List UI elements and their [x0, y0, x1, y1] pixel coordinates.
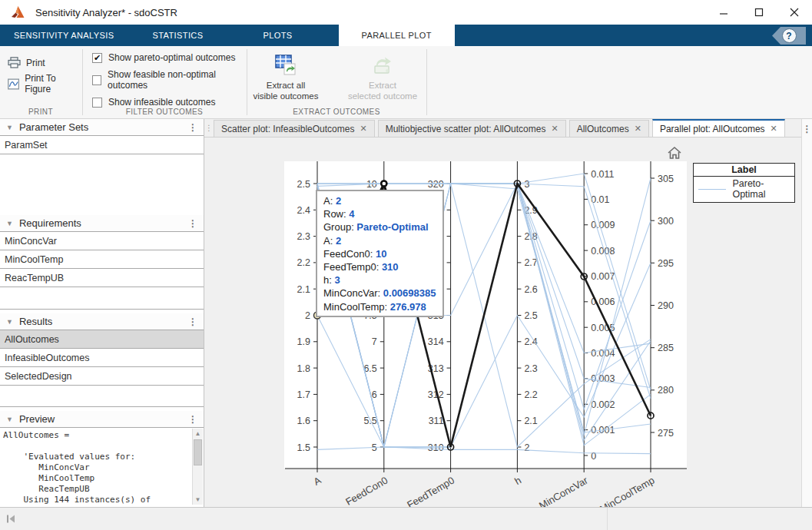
tab-statistics[interactable]: STATISTICS [138, 25, 217, 46]
tick-label: 0.01 [591, 194, 609, 205]
tick-label: 6 [372, 389, 377, 400]
list-item-reactempub[interactable]: ReacTempUB [0, 269, 204, 287]
tooltip-line: FeedCon0: 10 [323, 247, 436, 260]
tab-multiobjective-scatter[interactable]: Multiobjective scatter plot: AllOutcomes… [378, 120, 566, 137]
scroll-up-icon[interactable]: ▲ [193, 429, 203, 439]
scroll-down-icon[interactable]: ▼ [193, 495, 203, 505]
extract-all-label-line2: visible outcomes [249, 91, 323, 101]
document-area: ⋮ Scatter plot: InfeasibleOutcomes ✕ Mul… [204, 119, 812, 507]
tick-label: 2.4 [297, 205, 310, 216]
section-menu-icon[interactable]: ⋮ [188, 414, 197, 425]
tick-label: 1.8 [297, 363, 310, 374]
empty-list-area [0, 386, 204, 406]
extract-all-visible-button[interactable]: Extract all visible outcomes [249, 51, 323, 101]
tick-label: 305 [658, 174, 674, 184]
plot-legend[interactable]: Label Pareto-Optimal [693, 163, 795, 203]
tick-label: 0.011 [591, 169, 614, 180]
sensitivity-analyzer-window: Sensitivity Analyzer* - sdoCSTR SENSITIV… [0, 0, 812, 530]
skip-to-start-icon[interactable] [6, 514, 16, 524]
parameter-sets-header[interactable]: ▼ Parameter Sets ⋮ [0, 119, 204, 135]
close-tab-icon[interactable]: ✕ [771, 124, 777, 134]
tab-label: Scatter plot: InfeasibleOutcomes [221, 124, 354, 134]
print-button[interactable]: Print [8, 57, 81, 68]
filter-section-title: FILTER OUTCOMES [83, 108, 246, 116]
preview-header[interactable]: ▼ Preview ⋮ [0, 411, 204, 427]
collapse-triangle-icon: ▼ [6, 416, 13, 423]
datatip-pin-ring [381, 181, 386, 187]
scrollbar-thumb[interactable] [194, 439, 202, 465]
preview-scrollbar[interactable]: ▲ ▼ [192, 429, 203, 505]
results-header[interactable]: ▼ Results ⋮ [0, 313, 204, 330]
tab-alloutcomes[interactable]: AllOutcomes ✕ [569, 120, 649, 137]
axis-name-label: A [311, 474, 323, 487]
list-item-alloutcomes[interactable]: AllOutcomes [0, 330, 204, 349]
printer-icon [8, 57, 21, 68]
minimize-button[interactable] [706, 0, 741, 25]
tab-plots[interactable]: PLOTS [249, 25, 306, 46]
requirements-header[interactable]: ▼ Requirements ⋮ [0, 215, 204, 231]
matlab-logo-icon [11, 5, 26, 20]
tick-label: 2.5 [297, 179, 310, 190]
preview-box: AllOutcomes = 'Evaluated values for: Min… [0, 427, 204, 505]
checkbox-unchecked-icon [92, 98, 102, 108]
close-tab-icon[interactable]: ✕ [635, 124, 641, 134]
checkbox-pareto-optimal[interactable]: ✔ Show pareto-optimal outcomes [92, 52, 246, 63]
extract-selected-label-line2: selected outcome [346, 91, 419, 101]
empty-list-area [0, 154, 204, 215]
tooltip-line: MinCoolTemp: 276.978 [323, 300, 436, 313]
tab-parallel-plot-doc[interactable]: Parallel plot: AllOutcomes ✕ [652, 119, 785, 137]
section-menu-icon[interactable]: ⋮ [188, 218, 197, 229]
collapse-triangle-icon: ▼ [6, 124, 13, 131]
close-button[interactable] [777, 0, 812, 25]
extract-selected-label-line1: Extract [346, 80, 419, 91]
print-to-figure-button[interactable]: Print To Figure [8, 73, 81, 94]
tick-label: 1.5 [297, 442, 310, 453]
extract-selected-icon [371, 55, 394, 77]
home-restore-view-icon[interactable] [667, 146, 682, 160]
checkbox-unchecked-icon [92, 75, 101, 85]
tab-parallel-plot[interactable]: PARALLEL PLOT [339, 25, 455, 46]
tick-label: 2 [305, 310, 310, 321]
tab-sensitivity-analysis[interactable]: SENSITIVITY ANALYSIS [0, 25, 128, 46]
axis-name-label: MinCoolTemp [598, 475, 656, 507]
document-tab-bar: ⋮ Scatter plot: InfeasibleOutcomes ✕ Mul… [204, 119, 801, 137]
tab-scatter-infeasible[interactable]: Scatter plot: InfeasibleOutcomes ✕ [214, 120, 375, 137]
checkbox-infeasible[interactable]: Show infeasible outcomes [92, 97, 246, 108]
legend-header: Label [694, 164, 794, 177]
list-item-mincooltemp[interactable]: MinCoolTemp [0, 250, 204, 269]
tick-label: 285 [658, 343, 674, 353]
tick-label: 0 [591, 451, 596, 462]
tick-label: 2.6 [524, 284, 537, 295]
close-tab-icon[interactable]: ✕ [360, 124, 366, 134]
list-item-infeasibleoutcomes[interactable]: InfeasibleOutcomes [0, 349, 204, 367]
tick-label: 1.7 [297, 389, 310, 400]
checkbox-checked-icon: ✔ [92, 53, 102, 63]
parallel-plot-figure: 1.51.61.71.81.922.12.22.32.42.5A55.566.5… [204, 137, 801, 507]
tab-options-menu-icon[interactable]: ⋮ [802, 124, 812, 134]
maximize-button[interactable] [741, 0, 777, 25]
checkbox-feasible-nonoptimal[interactable]: Show feasible non-optimal outcomes [92, 69, 246, 91]
tick-label: 2 [524, 442, 529, 453]
preview-title: Preview [19, 413, 55, 425]
tick-label: 295 [658, 258, 674, 269]
tick-label: 275 [658, 428, 674, 439]
checkbox-label: Show infeasible outcomes [108, 97, 215, 108]
tick-label: 6.5 [363, 363, 376, 374]
tick-label: 2.5 [524, 310, 537, 321]
close-tab-icon[interactable]: ✕ [551, 124, 558, 134]
requirements-title: Requirements [19, 217, 81, 229]
checkbox-label: Show feasible non-optimal outcomes [108, 69, 246, 91]
legend-entry-pareto[interactable]: Pareto-Optimal [694, 177, 794, 202]
panel-grip-icon[interactable]: ⋮ [204, 119, 214, 137]
axis-name-label: FeedTemp0 [405, 475, 456, 507]
tooltip-line: A: 2 [323, 194, 436, 207]
ribbon-toolbar: Print Print To Figure PRINT ✔ Show paret… [0, 46, 812, 119]
list-item-paramset[interactable]: ParamSet [0, 136, 204, 154]
axis-name-label: MinConcVar [537, 474, 590, 507]
axis-name-label: h [512, 475, 523, 488]
list-item-minconcvar[interactable]: MinConcVar [0, 232, 204, 250]
help-button[interactable]: ? [772, 27, 806, 45]
section-menu-icon[interactable]: ⋮ [188, 122, 197, 133]
list-item-selecteddesign[interactable]: SelectedDesign [0, 367, 204, 386]
section-menu-icon[interactable]: ⋮ [188, 316, 197, 327]
